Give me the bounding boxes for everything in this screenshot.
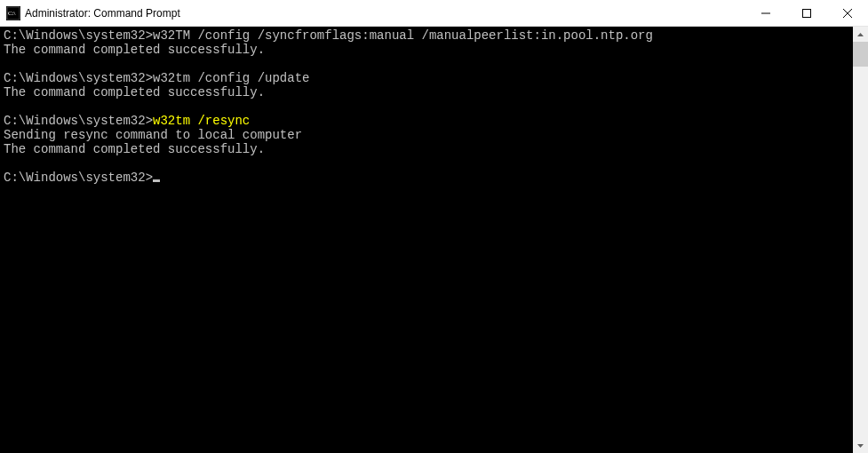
output-line: The command completed successfully. xyxy=(4,43,265,57)
output-line: The command completed successfully. xyxy=(4,142,265,156)
window-title: Administrator: Command Prompt xyxy=(25,7,180,20)
minimize-button[interactable] xyxy=(745,0,786,26)
prompt: C:\Windows\system32> xyxy=(4,71,153,85)
cursor xyxy=(153,179,160,182)
output-line: The command completed successfully. xyxy=(4,85,265,99)
svg-text:C:\: C:\ xyxy=(8,10,16,17)
svg-marker-7 xyxy=(857,33,864,36)
scroll-down-button[interactable] xyxy=(853,438,868,453)
window-controls xyxy=(745,0,868,26)
window: C:\ Administrator: Command Prompt xyxy=(0,0,868,453)
vertical-scrollbar[interactable] xyxy=(853,27,868,453)
svg-rect-4 xyxy=(803,9,811,17)
minimize-icon xyxy=(761,9,770,18)
maximize-icon xyxy=(802,9,811,18)
svg-marker-8 xyxy=(857,444,864,448)
prompt: C:\Windows\system32> xyxy=(4,28,153,43)
scroll-thumb[interactable] xyxy=(853,42,868,67)
chevron-down-icon xyxy=(857,444,864,448)
command-text: w32tm /config /update xyxy=(153,71,309,85)
maximize-button[interactable] xyxy=(786,0,827,26)
command-text: w32TM /config /syncfromflags:manual /man… xyxy=(153,28,653,43)
scroll-track[interactable] xyxy=(853,42,868,438)
console-output[interactable]: C:\Windows\system32>w32TM /config /syncf… xyxy=(0,27,853,453)
chevron-up-icon xyxy=(857,33,864,36)
cmd-icon: C:\ xyxy=(6,6,20,20)
close-icon xyxy=(843,9,852,18)
console-wrap: C:\Windows\system32>w32TM /config /syncf… xyxy=(0,27,868,453)
output-line: Sending resync command to local computer xyxy=(4,128,302,142)
close-button[interactable] xyxy=(827,0,868,26)
command-text: w32tm /resync xyxy=(153,114,250,128)
prompt: C:\Windows\system32> xyxy=(4,171,153,185)
prompt: C:\Windows\system32> xyxy=(4,114,153,128)
titlebar[interactable]: C:\ Administrator: Command Prompt xyxy=(0,0,868,27)
scroll-up-button[interactable] xyxy=(853,27,868,42)
